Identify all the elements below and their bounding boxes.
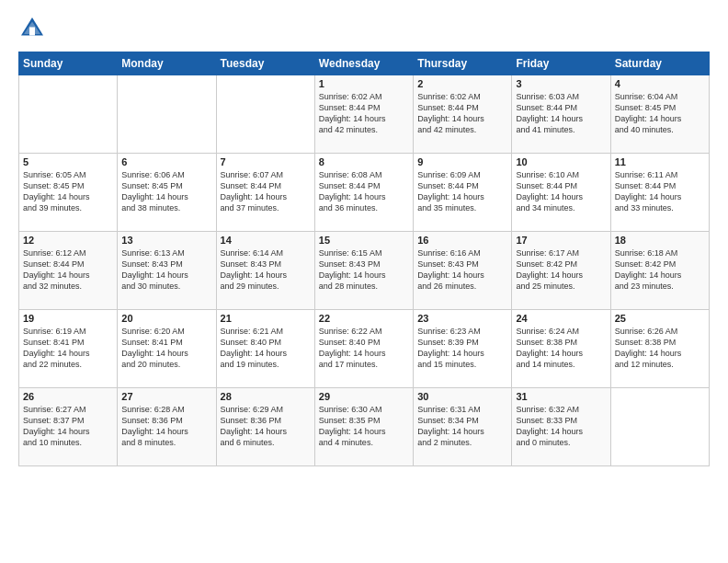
weekday-header-monday: Monday (118, 52, 216, 75)
day-number: 12 (23, 235, 113, 246)
calendar-cell: 8Sunrise: 6:08 AMSunset: 8:44 PMDaylight… (314, 154, 413, 232)
day-number: 23 (417, 313, 507, 324)
day-info: Sunrise: 6:10 AMSunset: 8:44 PMDaylight:… (516, 169, 606, 214)
day-number: 6 (121, 156, 211, 167)
calendar-cell: 18Sunrise: 6:18 AMSunset: 8:42 PMDayligh… (610, 232, 709, 310)
day-number: 11 (615, 156, 705, 167)
calendar-cell (610, 388, 709, 466)
svg-rect-2 (29, 28, 35, 36)
logo (18, 15, 50, 42)
day-number: 14 (221, 235, 311, 246)
calendar-cell: 1Sunrise: 6:02 AMSunset: 8:44 PMDaylight… (314, 75, 413, 154)
calendar-cell: 9Sunrise: 6:09 AMSunset: 8:44 PMDaylight… (414, 154, 512, 232)
day-number: 28 (221, 391, 311, 402)
day-number: 5 (23, 156, 113, 167)
calendar-cell: 27Sunrise: 6:28 AMSunset: 8:36 PMDayligh… (118, 388, 216, 466)
calendar-cell: 4Sunrise: 6:04 AMSunset: 8:45 PMDaylight… (610, 75, 709, 154)
calendar-table: SundayMondayTuesdayWednesdayThursdayFrid… (18, 52, 710, 466)
calendar-cell: 21Sunrise: 6:21 AMSunset: 8:40 PMDayligh… (216, 310, 314, 388)
day-info: Sunrise: 6:12 AMSunset: 8:44 PMDaylight:… (23, 247, 113, 293)
calendar-cell: 17Sunrise: 6:17 AMSunset: 8:42 PMDayligh… (512, 232, 610, 310)
day-number: 19 (23, 313, 113, 324)
day-info: Sunrise: 6:11 AMSunset: 8:44 PMDaylight:… (615, 169, 705, 214)
weekday-header-wednesday: Wednesday (314, 52, 413, 75)
calendar-cell: 14Sunrise: 6:14 AMSunset: 8:43 PMDayligh… (216, 232, 314, 310)
day-info: Sunrise: 6:21 AMSunset: 8:40 PMDaylight:… (221, 326, 311, 371)
weekday-header-thursday: Thursday (414, 52, 512, 75)
day-number: 9 (417, 156, 507, 167)
day-number: 30 (417, 391, 507, 402)
day-info: Sunrise: 6:24 AMSunset: 8:38 PMDaylight:… (516, 326, 606, 371)
day-number: 22 (319, 313, 409, 324)
calendar-cell: 13Sunrise: 6:13 AMSunset: 8:43 PMDayligh… (118, 232, 216, 310)
day-info: Sunrise: 6:02 AMSunset: 8:44 PMDaylight:… (319, 91, 409, 136)
calendar-cell: 24Sunrise: 6:24 AMSunset: 8:38 PMDayligh… (512, 310, 610, 388)
day-number: 24 (516, 313, 606, 324)
calendar-cell: 22Sunrise: 6:22 AMSunset: 8:40 PMDayligh… (314, 310, 413, 388)
day-info: Sunrise: 6:32 AMSunset: 8:33 PMDaylight:… (516, 404, 606, 449)
calendar-page: SundayMondayTuesdayWednesdayThursdayFrid… (0, 0, 728, 563)
day-info: Sunrise: 6:07 AMSunset: 8:44 PMDaylight:… (221, 169, 311, 214)
day-info: Sunrise: 6:16 AMSunset: 8:43 PMDaylight:… (417, 247, 507, 293)
day-number: 20 (121, 313, 211, 324)
calendar-cell (216, 75, 314, 154)
calendar-cell: 15Sunrise: 6:15 AMSunset: 8:43 PMDayligh… (314, 232, 413, 310)
logo-icon (18, 15, 46, 42)
calendar-cell: 26Sunrise: 6:27 AMSunset: 8:37 PMDayligh… (19, 388, 118, 466)
day-number: 7 (221, 156, 311, 167)
day-info: Sunrise: 6:08 AMSunset: 8:44 PMDaylight:… (319, 169, 409, 214)
day-info: Sunrise: 6:06 AMSunset: 8:45 PMDaylight:… (121, 169, 211, 214)
calendar-cell: 5Sunrise: 6:05 AMSunset: 8:45 PMDaylight… (19, 154, 118, 232)
week-row-4: 19Sunrise: 6:19 AMSunset: 8:41 PMDayligh… (19, 310, 710, 388)
calendar-cell: 3Sunrise: 6:03 AMSunset: 8:44 PMDaylight… (512, 75, 610, 154)
day-number: 4 (615, 78, 705, 89)
day-info: Sunrise: 6:22 AMSunset: 8:40 PMDaylight:… (319, 326, 409, 371)
calendar-cell: 28Sunrise: 6:29 AMSunset: 8:36 PMDayligh… (216, 388, 314, 466)
day-info: Sunrise: 6:17 AMSunset: 8:42 PMDaylight:… (516, 247, 606, 293)
day-number: 27 (121, 391, 211, 402)
day-number: 2 (417, 78, 507, 89)
calendar-cell: 10Sunrise: 6:10 AMSunset: 8:44 PMDayligh… (512, 154, 610, 232)
day-number: 1 (319, 78, 409, 89)
calendar-cell: 12Sunrise: 6:12 AMSunset: 8:44 PMDayligh… (19, 232, 118, 310)
day-info: Sunrise: 6:20 AMSunset: 8:41 PMDaylight:… (121, 326, 211, 371)
day-number: 21 (221, 313, 311, 324)
calendar-cell: 19Sunrise: 6:19 AMSunset: 8:41 PMDayligh… (19, 310, 118, 388)
day-info: Sunrise: 6:30 AMSunset: 8:35 PMDaylight:… (319, 404, 409, 449)
calendar-cell: 30Sunrise: 6:31 AMSunset: 8:34 PMDayligh… (414, 388, 512, 466)
calendar-cell: 23Sunrise: 6:23 AMSunset: 8:39 PMDayligh… (414, 310, 512, 388)
day-number: 16 (417, 235, 507, 246)
day-number: 17 (516, 235, 606, 246)
day-info: Sunrise: 6:29 AMSunset: 8:36 PMDaylight:… (221, 404, 311, 449)
calendar-cell: 29Sunrise: 6:30 AMSunset: 8:35 PMDayligh… (314, 388, 413, 466)
day-info: Sunrise: 6:23 AMSunset: 8:39 PMDaylight:… (417, 326, 507, 371)
day-number: 18 (615, 235, 705, 246)
day-info: Sunrise: 6:05 AMSunset: 8:45 PMDaylight:… (23, 169, 113, 214)
weekday-header-saturday: Saturday (610, 52, 709, 75)
day-info: Sunrise: 6:31 AMSunset: 8:34 PMDaylight:… (417, 404, 507, 449)
day-info: Sunrise: 6:18 AMSunset: 8:42 PMDaylight:… (615, 247, 705, 293)
day-number: 8 (319, 156, 409, 167)
calendar-cell (19, 75, 118, 154)
day-number: 15 (319, 235, 409, 246)
day-info: Sunrise: 6:26 AMSunset: 8:38 PMDaylight:… (615, 326, 705, 371)
day-info: Sunrise: 6:19 AMSunset: 8:41 PMDaylight:… (23, 326, 113, 371)
week-row-5: 26Sunrise: 6:27 AMSunset: 8:37 PMDayligh… (19, 388, 710, 466)
day-info: Sunrise: 6:04 AMSunset: 8:45 PMDaylight:… (615, 91, 705, 136)
week-row-2: 5Sunrise: 6:05 AMSunset: 8:45 PMDaylight… (19, 154, 710, 232)
header (18, 15, 710, 42)
day-number: 10 (516, 156, 606, 167)
calendar-cell (118, 75, 216, 154)
weekday-header-tuesday: Tuesday (216, 52, 314, 75)
day-number: 25 (615, 313, 705, 324)
day-info: Sunrise: 6:27 AMSunset: 8:37 PMDaylight:… (23, 404, 113, 449)
weekday-header-row: SundayMondayTuesdayWednesdayThursdayFrid… (19, 52, 710, 75)
day-info: Sunrise: 6:13 AMSunset: 8:43 PMDaylight:… (121, 247, 211, 293)
day-info: Sunrise: 6:14 AMSunset: 8:43 PMDaylight:… (221, 247, 311, 293)
day-number: 26 (23, 391, 113, 402)
weekday-header-friday: Friday (512, 52, 610, 75)
calendar-cell: 31Sunrise: 6:32 AMSunset: 8:33 PMDayligh… (512, 388, 610, 466)
day-info: Sunrise: 6:02 AMSunset: 8:44 PMDaylight:… (417, 91, 507, 136)
week-row-1: 1Sunrise: 6:02 AMSunset: 8:44 PMDaylight… (19, 75, 710, 154)
calendar-cell: 7Sunrise: 6:07 AMSunset: 8:44 PMDaylight… (216, 154, 314, 232)
